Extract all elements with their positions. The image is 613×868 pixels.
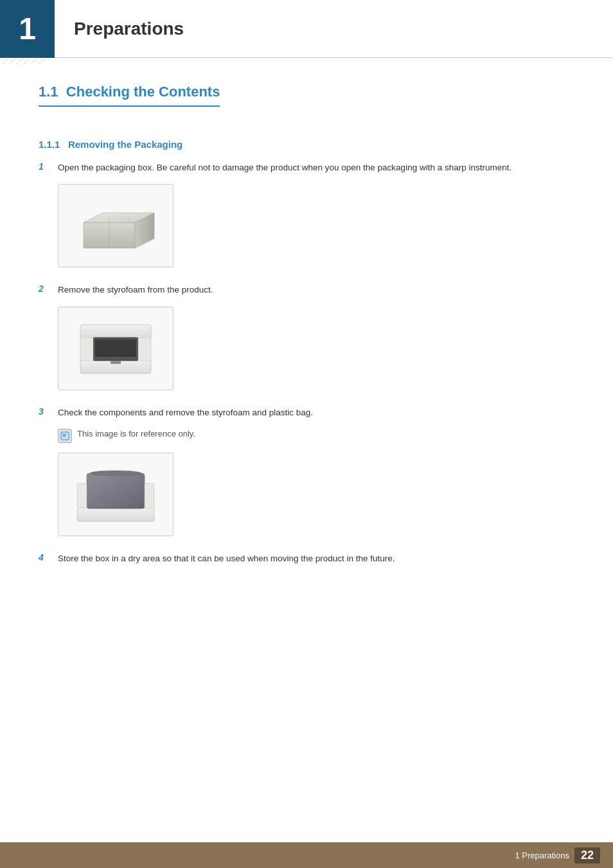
step-3: 3 Check the components and remove the st…: [39, 406, 574, 536]
step-4-number: 4: [39, 552, 58, 563]
note-icon: [58, 429, 72, 443]
chapter-header: 1 Preparations: [0, 0, 613, 58]
note-text: This image is for reference only.: [77, 429, 195, 439]
main-content: 1.1 Checking the Contents 1.1.1 Removing…: [0, 58, 613, 633]
step-4: 4 Store the box in a dry area so that it…: [39, 552, 574, 565]
svg-rect-21: [77, 484, 87, 508]
step-2: 2 Remove the styrofoam from the product.: [39, 284, 574, 390]
svg-rect-12: [111, 361, 121, 364]
chapter-number: 1: [0, 0, 55, 58]
step-3-text: Check the components and remove the styr…: [58, 406, 313, 419]
svg-point-20: [90, 471, 141, 476]
svg-rect-16: [77, 507, 154, 521]
step-3-image: [58, 453, 574, 536]
svg-rect-9: [80, 325, 151, 339]
step-1-image: [58, 184, 574, 267]
section-1-1: 1.1 Checking the Contents: [39, 84, 574, 123]
svg-rect-14: [138, 338, 151, 361]
chapter-title: Preparations: [74, 19, 184, 39]
step-2-image: [58, 307, 574, 390]
page-number: 22: [574, 847, 600, 863]
svg-rect-13: [80, 338, 93, 361]
svg-rect-11: [95, 339, 136, 357]
svg-rect-17: [87, 473, 145, 509]
svg-rect-22: [145, 484, 154, 508]
section-1-1-title: 1.1 Checking the Contents: [39, 84, 220, 107]
section-1-1-1: 1.1.1 Removing the Packaging 1 Open the …: [39, 139, 574, 565]
page-footer: 1 Preparations 22: [0, 842, 613, 868]
step-2-number: 2: [39, 284, 58, 294]
step-2-text: Remove the styrofoam from the product.: [58, 284, 213, 296]
subsection-1-1-1-title: 1.1.1 Removing the Packaging: [39, 139, 574, 150]
note-box: This image is for reference only.: [58, 429, 574, 443]
step-4-text: Store the box in a dry area so that it c…: [58, 552, 395, 565]
footer-section-label: 1 Preparations: [515, 851, 569, 860]
step-3-number: 3: [39, 406, 58, 417]
step-1: 1 Open the packaging box. Be careful not…: [39, 161, 574, 267]
step-1-text: Open the packaging box. Be careful not t…: [58, 161, 511, 174]
step-1-number: 1: [39, 161, 58, 172]
